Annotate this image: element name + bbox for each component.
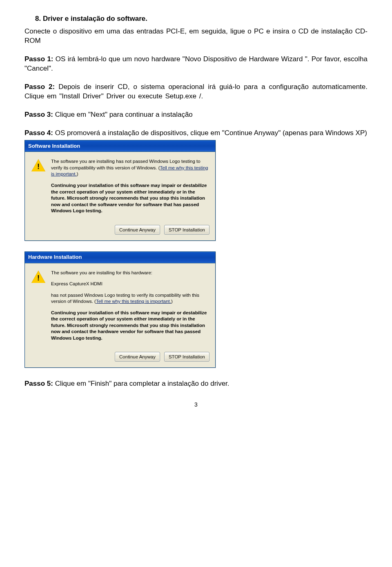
- step-4-text: OS promoverá a instalação de dispositivo…: [53, 129, 367, 137]
- step-4-label: Passo 4:: [24, 129, 53, 137]
- dialog2-p2: Continuing your installation of this sof…: [51, 310, 209, 342]
- step-1-text: OS irá lembrá-lo que um novo hardware "N…: [24, 55, 368, 72]
- step-3-text: Clique em "Next" para continuar a instal…: [53, 111, 193, 118]
- step-1: Passo 1: OS irá lembrá-lo que um novo ha…: [24, 55, 368, 73]
- step-3-label: Passo 3:: [24, 111, 53, 118]
- warning-icon: !: [31, 271, 45, 285]
- intro-paragraph: Conecte o dispositivo em uma das entrada…: [24, 27, 368, 46]
- dialog-title: Software Installation: [28, 142, 80, 150]
- step-1-label: Passo 1:: [24, 55, 53, 63]
- step-2: Passo 2: Depois de inserir CD, o sistema…: [24, 82, 368, 101]
- step-3: Passo 3: Clique em "Next" para continuar…: [24, 110, 368, 120]
- step-5-label: Passo 5:: [24, 380, 53, 387]
- continue-anyway-button[interactable]: Continue Anyway: [115, 225, 160, 235]
- section-title: 8. Driver e instalação do software.: [24, 14, 368, 24]
- stop-installation-button[interactable]: STOP Installation: [164, 225, 209, 235]
- hardware-installation-dialog: Hardware Installation ! The software you…: [24, 251, 216, 368]
- step-2-label: Passo 2:: [24, 83, 55, 91]
- step-2-text: Depois de inserir CD, o sistema operacio…: [24, 83, 368, 100]
- step-4: Passo 4: OS promoverá a instalação de di…: [24, 129, 368, 138]
- dialog-titlebar: Hardware Installation: [25, 252, 215, 263]
- step-5: Passo 5: Clique em "Finish" para complet…: [24, 379, 368, 389]
- dialog-title: Hardware Installation: [28, 253, 82, 261]
- dialog2-p1b: ): [171, 299, 173, 304]
- continue-anyway-button[interactable]: Continue Anyway: [115, 352, 160, 362]
- software-installation-dialog: Software Installation ! The software you…: [24, 140, 216, 240]
- dialog2-p1: has not passed Windows Logo testing to v…: [51, 292, 209, 305]
- dialog2-device: Express CaptureX HDMI: [51, 281, 209, 287]
- tell-me-why-link[interactable]: Tell me why this testing is important.: [96, 299, 171, 304]
- step-5-text: Clique em "Finish" para completar a inst…: [53, 380, 229, 387]
- warning-icon: !: [31, 159, 45, 173]
- dialog2-p0: The software you are installing for this…: [51, 270, 209, 276]
- dialog-text-2: Continuing your installation of this sof…: [51, 182, 209, 214]
- stop-installation-button[interactable]: STOP Installation: [164, 352, 209, 362]
- page-number: 3: [24, 401, 368, 409]
- dialog1-p1b: ): [77, 171, 78, 176]
- dialog-text-1: The software you are installing has not …: [51, 158, 209, 178]
- dialog-titlebar: Software Installation: [25, 140, 215, 152]
